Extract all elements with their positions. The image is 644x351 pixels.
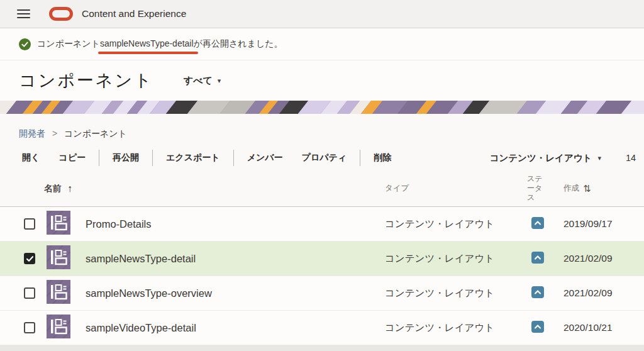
toolbar-button-copy[interactable]: コピー (52, 152, 92, 164)
components-table-body: Promo-Details コンテンツ・レイアウト 2019/09/17 (0, 207, 644, 345)
chevron-down-icon: ▾ (218, 77, 221, 85)
published-chevron-up-icon (531, 321, 544, 333)
filter-all-dropdown[interactable]: すべて ▾ (184, 75, 221, 87)
toolbar-actions: 開くコピー再公開エクスポートメンバープロパティ削除 (13, 150, 401, 166)
toolbar-button-delete[interactable]: 削除 (367, 152, 397, 164)
toolbar-divider (233, 150, 234, 166)
column-header-created[interactable]: 作成 ⇅ (558, 183, 644, 194)
notification-message: コンポーネントsampleNewsType-detailが再公開されました。 (37, 38, 283, 50)
created-date: 2021/02/09 (558, 287, 644, 299)
published-chevron-up-icon (531, 286, 544, 298)
breadcrumb-current: コンポーネント (64, 128, 127, 138)
toolbar-button-members[interactable]: メンバー (241, 152, 289, 164)
oracle-logo (49, 7, 73, 21)
content-layout-filter-label: コンテンツ・レイアウト (490, 152, 592, 164)
published-chevron-up-icon (531, 217, 544, 229)
toolbar: 開くコピー再公開エクスポートメンバープロパティ削除 コンテンツ・レイアウト ▾ … (0, 145, 644, 170)
notification-bar: コンポーネントsampleNewsType-detailが再公開されました。 (0, 28, 644, 60)
toolbar-button-properties[interactable]: プロパティ (296, 152, 353, 164)
column-status-label: ステータス (527, 174, 548, 203)
notification-suffix: が再公開されました。 (194, 38, 283, 48)
row-checkbox[interactable] (24, 322, 35, 333)
check-circle-icon (19, 38, 31, 50)
page: Content and Experience コンポーネントsampleNews… (0, 0, 644, 351)
component-type: コンテンツ・レイアウト (385, 321, 527, 335)
table-row[interactable]: sampleVideoType-detail コンテンツ・レイアウト 2020/… (0, 311, 644, 345)
published-chevron-up-icon (531, 252, 544, 264)
page-title: コンポーネント (19, 69, 153, 92)
component-type: コンテンツ・レイアウト (385, 287, 527, 300)
component-type: コンテンツ・レイアウト (385, 218, 527, 231)
column-header-type: タイプ (385, 183, 527, 194)
table-row[interactable]: sampleNewsType-overview コンテンツ・レイアウト 2021… (0, 276, 644, 311)
app-bar: Content and Experience (0, 0, 644, 28)
sort-toggle-icon: ⇅ (583, 183, 591, 194)
component-type: コンテンツ・レイアウト (385, 252, 527, 265)
row-checkbox[interactable] (24, 218, 35, 230)
breadcrumb-separator: > (52, 128, 57, 138)
table-row[interactable]: Promo-Details コンテンツ・レイアウト 2019/09/17 (0, 207, 644, 242)
toolbar-divider (99, 150, 99, 166)
notification-prefix: コンポーネント (37, 38, 100, 48)
content-layout-icon (47, 245, 70, 269)
component-name: sampleNewsType-detail (86, 253, 385, 265)
hamburger-menu-icon[interactable] (17, 9, 30, 19)
table-row[interactable]: sampleNewsType-detail コンテンツ・レイアウト 2021/0… (0, 242, 644, 276)
column-header-status: ステータス (527, 174, 558, 203)
created-date: 2020/10/21 (558, 322, 644, 333)
content-layout-filter-dropdown[interactable]: コンテンツ・レイアウト ▾ (490, 152, 601, 164)
toolbar-divider (152, 150, 153, 166)
checkmark-icon (26, 255, 34, 263)
decorative-banner (0, 101, 644, 114)
page-header: コンポーネント すべて ▾ (0, 60, 644, 101)
item-count: 14 (626, 153, 636, 163)
notification-component-name: sampleNewsType-detail (100, 38, 194, 48)
content-layout-icon (47, 211, 70, 235)
app-title: Content and Experience (82, 8, 186, 20)
breadcrumb: 開発者 > コンポーネント (0, 114, 644, 142)
toolbar-button-export[interactable]: エクスポート (160, 152, 226, 164)
column-header-name[interactable]: 名前 ↑ (19, 183, 385, 194)
created-date: 2021/02/09 (558, 253, 644, 264)
row-checkbox[interactable] (24, 253, 35, 264)
table-header: 名前 ↑ タイプ ステータス 作成 ⇅ (0, 170, 644, 207)
toolbar-button-republish[interactable]: 再公開 (106, 152, 145, 164)
toolbar-button-open[interactable]: 開く (16, 152, 46, 164)
toolbar-divider (360, 150, 360, 166)
annotation-underline (98, 52, 198, 55)
component-name: Promo-Details (86, 218, 385, 230)
column-name-label: 名前 (44, 183, 61, 194)
column-created-label: 作成 (564, 183, 579, 194)
content-layout-icon (47, 280, 70, 304)
filter-all-label: すべて (184, 75, 213, 87)
content-layout-icon (47, 315, 70, 338)
chevron-down-icon: ▾ (597, 154, 601, 162)
component-name: sampleVideoType-detail (86, 322, 385, 334)
sort-ascending-icon: ↑ (67, 183, 72, 194)
row-checkbox[interactable] (24, 287, 35, 299)
breadcrumb-developer-link[interactable]: 開発者 (19, 128, 45, 138)
component-name: sampleNewsType-overview (86, 287, 385, 299)
created-date: 2019/09/17 (558, 218, 644, 230)
footer-strip (0, 345, 644, 351)
